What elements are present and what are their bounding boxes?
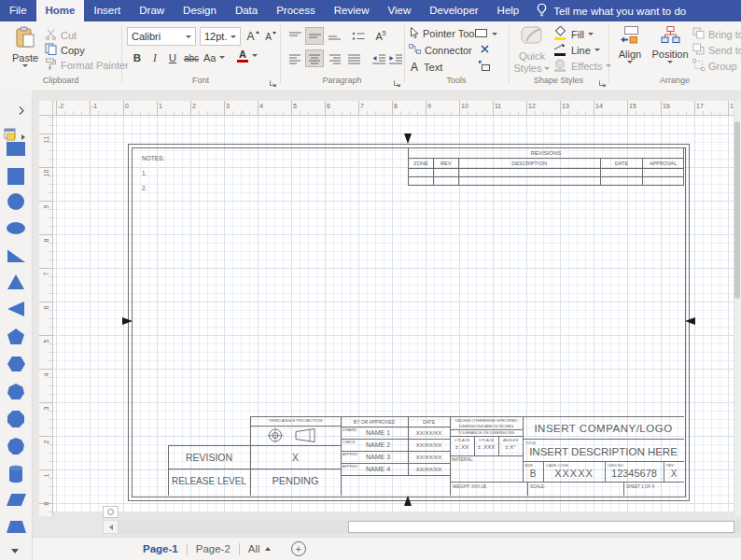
- shape-styles-dialog-launcher[interactable]: [598, 75, 608, 84]
- shape-pentagon[interactable]: [7, 329, 24, 344]
- revisions-table[interactable]: REVISIONS ZONE REV DESCRIPTION DATE APPR…: [408, 147, 684, 186]
- bullets-button[interactable]: [349, 27, 368, 45]
- font-family-select[interactable]: Calibri: [127, 27, 196, 46]
- format-painter-button[interactable]: Format Painter: [45, 58, 129, 72]
- revisions-empty-row: [409, 177, 683, 185]
- tab-view[interactable]: View: [378, 0, 420, 21]
- shape-hexagon[interactable]: [7, 357, 25, 371]
- quick-styles-button[interactable]: Quick Styles: [514, 25, 550, 74]
- shape-trapezoid[interactable]: [7, 521, 26, 533]
- strikethrough-button[interactable]: abc: [183, 49, 200, 66]
- shape-square[interactable]: [7, 168, 24, 185]
- shape-right-triangle[interactable]: [7, 248, 25, 262]
- decrease-indent-button[interactable]: [370, 49, 388, 67]
- description-text: INSERT DESCRIPTION HERE: [523, 446, 684, 457]
- approval-name: NAME 2: [350, 441, 406, 448]
- grow-font-button[interactable]: A: [245, 28, 261, 45]
- tell-me-box[interactable]: Tell me what you want to do: [528, 0, 693, 21]
- horizontal-scrollbar-thumb[interactable]: [348, 521, 734, 533]
- tab-process[interactable]: Process: [267, 0, 325, 21]
- connector-tool-button[interactable]: Connector: [409, 43, 472, 57]
- vertical-ruler: 1110 98 76 54 32 10: [39, 116, 53, 516]
- group-button[interactable]: Group: [692, 59, 741, 73]
- tab-developer[interactable]: Developer: [420, 0, 487, 21]
- bold-button[interactable]: B: [129, 49, 146, 66]
- quick-styles-label: Quick: [519, 50, 545, 62]
- tab-help[interactable]: Help: [488, 0, 529, 21]
- connection-point-icon: [480, 44, 490, 56]
- pan-window-button[interactable]: [103, 506, 119, 518]
- tab-file[interactable]: File: [0, 0, 36, 21]
- align-button[interactable]: Align: [612, 25, 648, 63]
- shape-heptagon[interactable]: [7, 384, 24, 399]
- paste-dropdown[interactable]: [22, 64, 28, 67]
- align-center-button[interactable]: [305, 49, 324, 67]
- shape-octagon[interactable]: [7, 411, 24, 427]
- shape-rectangle[interactable]: [7, 142, 25, 156]
- approval-date: XX/XX/XX: [409, 455, 449, 460]
- expand-shapes-chevron-icon[interactable]: [18, 103, 25, 119]
- send-to-back-button[interactable]: Send to Back: [692, 43, 741, 57]
- tab-insert[interactable]: Insert: [84, 0, 130, 21]
- tab-draw[interactable]: Draw: [130, 0, 174, 21]
- page-tab-2[interactable]: Page-2: [196, 543, 231, 554]
- underline-button[interactable]: U: [164, 49, 181, 66]
- align-bottom-button[interactable]: [325, 27, 343, 45]
- line-button[interactable]: Line: [552, 43, 600, 57]
- group-divider: [121, 25, 122, 83]
- tab-data[interactable]: Data: [226, 0, 267, 21]
- font-size-select[interactable]: 12pt.: [200, 27, 241, 46]
- drawing-page[interactable]: NOTES: 1. 2. REVISIONS ZONE REV DESCRIPT…: [53, 116, 734, 511]
- increase-indent-button[interactable]: [386, 49, 405, 67]
- page-tab-1[interactable]: Page-1: [143, 543, 178, 554]
- font-color-button[interactable]: A: [237, 49, 258, 63]
- tab-review[interactable]: Review: [325, 0, 379, 21]
- vertical-scrollbar-thumb[interactable]: [734, 121, 740, 299]
- all-pages-button[interactable]: All: [248, 543, 271, 554]
- fill-button[interactable]: Fill: [552, 27, 594, 41]
- rectangle-tool-button[interactable]: [474, 27, 497, 41]
- bring-to-front-button[interactable]: Bring to Front: [692, 27, 741, 41]
- font-family-value: Calibri: [132, 31, 161, 42]
- effects-button[interactable]: Effects: [552, 59, 611, 73]
- shape-circle[interactable]: [7, 193, 24, 210]
- text-block-tool-button[interactable]: [478, 60, 491, 74]
- cut-button[interactable]: Cut: [45, 28, 77, 42]
- font-dialog-launcher[interactable]: [269, 75, 278, 84]
- shape-nonagon[interactable]: [7, 438, 24, 455]
- shape-ellipse[interactable]: [7, 222, 25, 234]
- fill-label: Fill: [571, 29, 584, 40]
- chevron-down-icon: [667, 61, 673, 63]
- copy-button[interactable]: Copy: [45, 43, 85, 57]
- shape-left-triangle[interactable]: [7, 301, 24, 316]
- cage-code-value: XXXXX: [543, 468, 605, 479]
- justify-button[interactable]: [344, 49, 363, 67]
- shape-parallelogram[interactable]: [7, 494, 26, 506]
- approval-date: XX/XX/XX: [409, 467, 449, 472]
- shape-cylinder[interactable]: [7, 464, 24, 488]
- align-middle-button[interactable]: [305, 27, 324, 45]
- align-top-button[interactable]: [286, 27, 304, 45]
- pointer-tool-label: Pointer Tool: [423, 28, 477, 39]
- add-page-button[interactable]: +: [291, 541, 306, 556]
- italic-button[interactable]: I: [147, 49, 163, 66]
- scroll-shapes-down-icon[interactable]: [11, 549, 19, 553]
- paste-button[interactable]: Paste: [7, 25, 43, 67]
- shape-triangle[interactable]: [7, 274, 24, 289]
- change-case-button[interactable]: Aa: [203, 50, 225, 64]
- align-right-button[interactable]: [325, 49, 343, 67]
- paragraph-spacing-button[interactable]: A5: [371, 27, 390, 45]
- paragraph-dialog-launcher[interactable]: [393, 75, 402, 84]
- copy-icon: [45, 43, 57, 57]
- position-button[interactable]: Position: [650, 25, 691, 63]
- tab-design[interactable]: Design: [174, 0, 226, 21]
- tab-home[interactable]: Home: [36, 0, 85, 21]
- text-block-icon: [478, 60, 491, 74]
- shrink-font-button[interactable]: A: [262, 28, 279, 45]
- scroll-left-button[interactable]: [103, 520, 119, 534]
- text-tool-button[interactable]: A Text: [411, 60, 442, 74]
- align-left-button[interactable]: [286, 49, 304, 67]
- fill-icon: [552, 26, 567, 43]
- pointer-tool-button[interactable]: Pointer Tool: [409, 26, 477, 40]
- connection-point-button[interactable]: [480, 43, 490, 57]
